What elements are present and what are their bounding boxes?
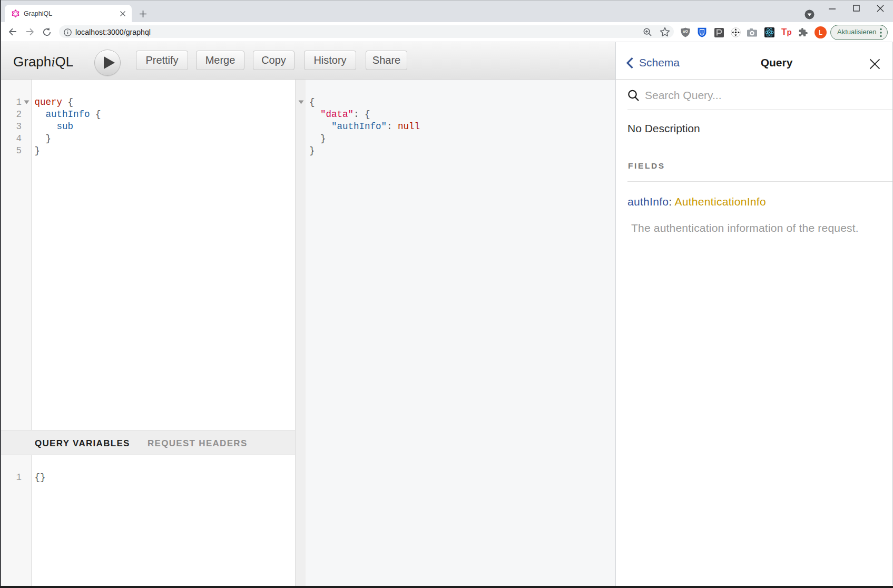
svg-text:uO: uO	[683, 30, 688, 33]
